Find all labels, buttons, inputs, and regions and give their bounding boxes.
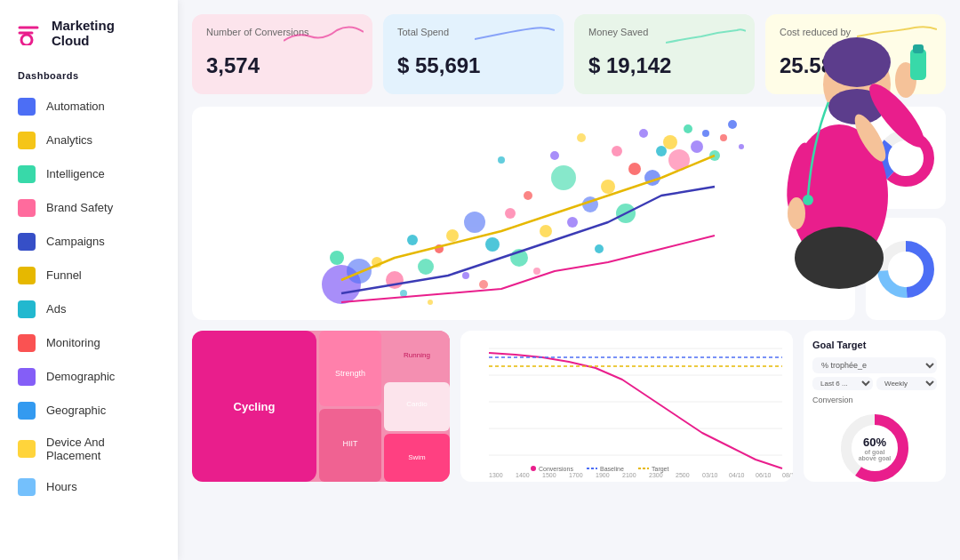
svg-point-36 bbox=[428, 300, 433, 305]
goal-card: Goal Target % trophée_e Last 6 ... Weekl… bbox=[804, 331, 946, 482]
demographic-icon bbox=[18, 368, 36, 386]
svg-point-14 bbox=[485, 237, 500, 252]
sidebar-item-hours[interactable]: Hours bbox=[0, 470, 178, 504]
logo-text: Marketing Cloud bbox=[52, 18, 115, 49]
sidebar-item-intelligence[interactable]: Intelligence bbox=[0, 157, 178, 191]
analytics-icon bbox=[18, 132, 36, 149]
kpi-value-1: $ 55,691 bbox=[397, 53, 549, 78]
svg-text:Baseline: Baseline bbox=[600, 466, 624, 472]
svg-point-33 bbox=[691, 140, 703, 153]
svg-text:Cycling: Cycling bbox=[234, 400, 276, 413]
kpi-card-1: Total Spend $ 55,691 bbox=[383, 14, 564, 94]
svg-text:03/10: 03/10 bbox=[702, 472, 718, 478]
kpi-card-2: Money Saved $ 19,142 bbox=[574, 14, 755, 94]
sidebar-item-geographic[interactable]: Geographic bbox=[0, 394, 178, 428]
logo-area: Marketing Cloud bbox=[0, 18, 178, 70]
brand-safety-icon bbox=[18, 199, 36, 217]
svg-point-39 bbox=[550, 151, 559, 160]
kpi-sparkline-2 bbox=[666, 23, 746, 53]
donut-card-2 bbox=[866, 218, 946, 320]
sidebar-item-label: Funnel bbox=[46, 268, 82, 282]
sidebar-item-label: Brand Safety bbox=[46, 201, 113, 214]
svg-point-8 bbox=[407, 235, 418, 245]
svg-text:HIIT: HIIT bbox=[343, 439, 359, 448]
svg-point-18 bbox=[540, 225, 552, 237]
svg-text:04/10: 04/10 bbox=[729, 472, 745, 478]
svg-point-38 bbox=[533, 268, 540, 275]
treemap-chart: Cycling Strength Running Cardio Swim HII… bbox=[192, 331, 450, 482]
automation-icon bbox=[18, 98, 36, 116]
goal-donut: 60% of goal above goal bbox=[812, 408, 937, 488]
svg-point-45 bbox=[739, 144, 744, 149]
svg-point-4 bbox=[347, 259, 372, 284]
sidebar-item-demographic[interactable]: Demographic bbox=[0, 360, 178, 394]
donut-column bbox=[866, 107, 946, 320]
goal-filter-period[interactable]: Last 6 ... bbox=[812, 377, 873, 390]
main-content: Number of Conversions 3,574 Total Spend … bbox=[178, 0, 960, 560]
goal-percent: 60% of goal above goal bbox=[859, 436, 892, 461]
goal-select[interactable]: % trophée_e bbox=[812, 357, 937, 373]
kpi-sparkline-0 bbox=[284, 23, 364, 53]
sidebar-item-brand-safety[interactable]: Brand Safety bbox=[0, 191, 178, 225]
sidebar-item-funnel[interactable]: Funnel bbox=[0, 259, 178, 292]
line-chart-bottom: 1300 1400 1500 1700 1900 2100 2300 2500 … bbox=[460, 331, 793, 482]
sidebar-item-campaigns[interactable]: Campaigns bbox=[0, 225, 178, 259]
bottom-row: Cycling Strength Running Cardio Swim HII… bbox=[192, 331, 946, 482]
sidebar-item-label: Ads bbox=[46, 302, 66, 316]
logo-icon bbox=[18, 20, 43, 45]
kpi-card-0: Number of Conversions 3,574 bbox=[192, 14, 372, 94]
svg-point-17 bbox=[524, 191, 532, 200]
sidebar-item-ads[interactable]: Ads bbox=[0, 292, 178, 326]
svg-point-34 bbox=[702, 130, 709, 137]
svg-point-26 bbox=[628, 163, 641, 175]
intelligence-icon bbox=[18, 165, 36, 183]
donut-chart-2 bbox=[874, 237, 938, 301]
svg-point-27 bbox=[639, 129, 648, 138]
sidebar-item-label: Campaigns bbox=[46, 235, 105, 248]
svg-text:1900: 1900 bbox=[596, 472, 610, 478]
svg-point-23 bbox=[601, 180, 615, 194]
sidebar-item-label: Analytics bbox=[46, 133, 92, 147]
geographic-icon bbox=[18, 402, 36, 420]
svg-point-30 bbox=[663, 135, 677, 149]
svg-text:06/10: 06/10 bbox=[756, 472, 772, 478]
svg-text:2500: 2500 bbox=[676, 472, 690, 478]
sidebar-item-label: Geographic bbox=[46, 404, 106, 417]
bubble-line-chart bbox=[192, 107, 855, 320]
svg-point-15 bbox=[505, 208, 516, 219]
svg-point-12 bbox=[462, 272, 469, 279]
goal-label: Conversion bbox=[812, 396, 937, 404]
svg-text:1500: 1500 bbox=[542, 472, 556, 478]
svg-text:08/10: 08/10 bbox=[782, 472, 793, 478]
svg-rect-66 bbox=[462, 331, 791, 482]
sidebar-item-label: Automation bbox=[46, 100, 105, 113]
svg-rect-54 bbox=[319, 331, 381, 406]
kpi-value-2: $ 19,142 bbox=[588, 53, 740, 78]
campaigns-icon bbox=[18, 233, 36, 251]
sidebar-item-automation[interactable]: Automation bbox=[0, 90, 178, 124]
sidebar-item-analytics[interactable]: Analytics bbox=[0, 124, 178, 157]
kpi-row: Number of Conversions 3,574 Total Spend … bbox=[192, 14, 946, 94]
svg-text:1700: 1700 bbox=[569, 472, 583, 478]
svg-point-9 bbox=[418, 259, 434, 275]
main-chart bbox=[192, 107, 855, 320]
svg-text:Target: Target bbox=[652, 466, 669, 473]
sidebar-item-device-and-placement[interactable]: Device And Placement bbox=[0, 428, 178, 470]
goal-title: Goal Target bbox=[812, 340, 937, 350]
funnel-icon bbox=[18, 267, 36, 284]
bar-chart-card: 1300 1400 1500 1700 1900 2100 2300 2500 … bbox=[460, 331, 793, 482]
monitoring-icon bbox=[18, 334, 36, 352]
sidebar-item-label: Hours bbox=[46, 480, 77, 493]
ads-icon bbox=[18, 300, 36, 318]
svg-point-32 bbox=[684, 124, 692, 133]
svg-point-84 bbox=[531, 466, 536, 471]
goal-filter-row: Last 6 ... Weekly bbox=[812, 377, 937, 390]
goal-filter-interval[interactable]: Weekly bbox=[876, 377, 937, 390]
sidebar-item-label: Intelligence bbox=[46, 167, 105, 180]
svg-point-29 bbox=[656, 146, 667, 156]
sidebar-item-label: Demographic bbox=[46, 370, 115, 383]
treemap-card: Cycling Strength Running Cardio Swim HII… bbox=[192, 331, 450, 482]
svg-point-19 bbox=[551, 165, 576, 190]
sidebar-item-monitoring[interactable]: Monitoring bbox=[0, 326, 178, 360]
kpi-value-3: 25.58° bbox=[780, 53, 932, 78]
